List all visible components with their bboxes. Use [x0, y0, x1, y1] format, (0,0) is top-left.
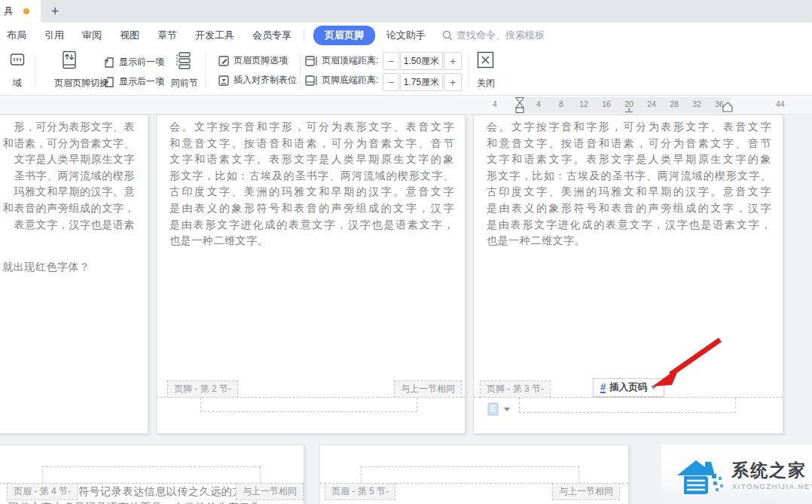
header-top-distance-label: 页眉顶端距离:	[322, 54, 378, 67]
unsaved-indicator-dot	[23, 8, 29, 14]
document-tab[interactable]: 具	[0, 0, 41, 23]
text-line: 是由表形文字进化成的表意文字，汉字也是语素文字，	[169, 217, 454, 234]
page1-extra-line: 就出现红色字体？	[2, 261, 90, 274]
footer-widget-document-icon	[487, 402, 499, 416]
ruler-number: 4	[527, 99, 550, 108]
same-as-previous-tag: 与上一节相同	[552, 483, 620, 500]
footer-content-outline	[519, 398, 736, 413]
menu-tab[interactable]: 引用	[44, 29, 64, 42]
ruler-number-right: 44	[776, 99, 785, 108]
red-pointer-arrow	[646, 335, 729, 396]
text-line: 也是一种二维文字。	[487, 233, 771, 249]
command-search-box[interactable]: 查找命令、搜索模板	[442, 29, 545, 42]
footer-bottom-distance-row: 页脚底端距离:	[304, 74, 378, 87]
header-top-distance-value[interactable]: 1.50厘米	[400, 52, 443, 70]
menu-tab[interactable]: 审阅	[82, 29, 102, 42]
text-line: 会。文字按字音和字形，可分为表形文字、表音文字	[487, 119, 771, 136]
close-header-footer-label[interactable]: 关闭	[473, 77, 499, 90]
text-line: 和意音文字。按语音和语素，可分为音素文字、音节	[487, 136, 771, 152]
header-footer-options-button[interactable]: 页眉页脚选项	[218, 54, 288, 67]
menu-tab[interactable]: 视图	[120, 29, 139, 42]
chevron-down-icon	[504, 408, 510, 411]
same-section-icon	[176, 50, 194, 72]
ribbon-separator	[300, 53, 301, 88]
text-line: 是由表形文字进化成的表意文字，汉字也是语素文字，	[487, 217, 771, 234]
ribbon-separator	[35, 53, 35, 88]
site-watermark: 系统之家 XITONGZHIJIA.NET	[661, 444, 812, 504]
text-line: 文字和语素文字。表形文字是人类早期原生文字的象	[169, 151, 454, 168]
page-1[interactable]: 形，可分为表形文字、表和语素，可分为音素文字、文字是人类早期原生文字圣书字、两河…	[0, 115, 148, 434]
footer-bottom-distance-icon	[304, 75, 318, 87]
header-footer-switch-button[interactable]	[60, 50, 78, 72]
indent-marker-icon[interactable]	[514, 96, 526, 114]
footer-bottom-distance-label: 页脚底端距离:	[322, 74, 378, 87]
page3-text[interactable]: 会。文字按字音和字形，可分为表形文字、表音文字和意音文字。按语音和语素，可分为音…	[487, 119, 771, 249]
page-2[interactable]: 会。文字按字音和字形，可分为表形文字、表音文字和意音文字。按语音和语素，可分为音…	[156, 115, 466, 434]
insert-alignment-tab-icon	[218, 75, 230, 87]
footer-quick-widget[interactable]	[487, 402, 510, 416]
ribbon-separator	[469, 53, 469, 88]
tab-header-footer-active[interactable]: 页眉页脚	[313, 26, 375, 45]
horizontal-ruler[interactable]: 4 4812162024283236 44	[0, 96, 812, 115]
menu-tab[interactable]: 开发工具	[195, 29, 234, 42]
menu-tab[interactable]: 会员专享	[252, 29, 292, 42]
text-line: 是由表义的象形符号和表音的声旁组成的文字，汉字	[169, 200, 454, 217]
field-icon	[10, 53, 25, 66]
menu-tab[interactable]: 章节	[157, 29, 177, 42]
text-line: 和语素，可分为音素文字、	[0, 136, 135, 152]
insert-alignment-tab-button[interactable]: 插入对齐制表位	[218, 74, 297, 87]
header-top-distance-icon	[304, 55, 318, 67]
ruler-number: 24	[640, 99, 663, 108]
search-placeholder: 查找命令、搜索模板	[456, 29, 545, 42]
text-line: 形文字，比如：古埃及的圣书字、两河流域的楔形文字、	[487, 168, 771, 185]
search-icon	[442, 30, 453, 41]
header-top-distance-row: 页眉顶端距离:	[304, 54, 378, 67]
ruler-number: 12	[572, 99, 595, 108]
header-footer-options-label: 页眉页脚选项	[234, 54, 288, 67]
new-tab-button[interactable]: +	[45, 0, 65, 23]
document-canvas[interactable]: 形，可分为表形文字、表和语素，可分为音素文字、文字是人类早期原生文字圣书字、两河…	[0, 115, 812, 504]
page2-text[interactable]: 会。文字按字音和字形，可分为表形文字、表音文字和意音文字。按语音和语素，可分为音…	[169, 119, 454, 249]
header-footer-ribbon: 域 页眉页脚切换 显示前一项 显示后一项	[0, 48, 812, 96]
field-button[interactable]	[10, 53, 25, 66]
same-as-previous-section-button[interactable]	[176, 50, 194, 72]
menu-tab[interactable]: 布局	[7, 29, 26, 42]
show-next-button[interactable]: 显示后一项	[103, 75, 164, 88]
show-previous-button[interactable]: 显示前一项	[103, 56, 164, 69]
page-5[interactable]: 页眉 - 第 5 节- 与上一节相同	[319, 444, 629, 504]
footer-bottom-distance-decrease[interactable]: −	[383, 73, 399, 91]
show-previous-icon	[103, 57, 115, 69]
field-button-label[interactable]: 域	[0, 77, 35, 90]
show-previous-label: 显示前一项	[119, 56, 164, 69]
ruler-number: 16	[595, 99, 618, 108]
footer-bottom-distance-increase[interactable]: +	[444, 73, 462, 91]
text-line: 会。文字按字音和字形，可分为表形文字、表音文字	[169, 119, 454, 136]
ruler-number: 32	[685, 99, 708, 108]
text-line: 是由表义的象形符号和表音的声旁组成的文字，汉字	[487, 200, 771, 217]
close-icon	[477, 51, 494, 69]
text-line: 文字和语素文字。表形文字是人类早期原生文字的象	[487, 151, 771, 168]
page-number-icon: #	[600, 383, 606, 393]
footer-bottom-distance-value[interactable]: 1.75厘米	[400, 73, 443, 91]
ruler-number: 8	[550, 99, 572, 108]
tab-stop-marker-icon[interactable]	[625, 108, 633, 113]
footer-section-tag: 页脚 - 第 3 节-	[480, 380, 551, 398]
ruler-number: 28	[663, 99, 685, 108]
header-content-outline	[42, 466, 261, 483]
same-as-previous-section-label[interactable]: 同前节	[169, 77, 200, 90]
header-section-tag: 页眉 - 第 5 节-	[325, 483, 395, 500]
xitongzhijia-logo-icon	[676, 456, 728, 495]
close-header-footer-button[interactable]	[477, 51, 494, 69]
insert-alignment-tab-label: 插入对齐制表位	[234, 74, 297, 87]
right-indent-marker-icon[interactable]	[722, 102, 734, 113]
page4-text-line2: 现代文字大多是记录语言的工具，人类往往先有口头	[8, 501, 261, 504]
header-top-distance-increase[interactable]: +	[444, 52, 462, 70]
tab-paper-assistant[interactable]: 论文助手	[386, 29, 426, 42]
menu-tabs: 布局引用审阅视图章节开发工具会员专享	[0, 29, 292, 42]
page-3[interactable]: 会。文字按字音和字形，可分为表形文字、表音文字和意音文字。按语音和语素，可分为音…	[473, 115, 783, 434]
page1-text[interactable]: 形，可分为表形文字、表和语素，可分为音素文字、文字是人类早期原生文字圣书字、两河…	[0, 119, 135, 233]
page-4[interactable]: 符号记录表达信息以传之久远的方式和 现代文字大多是记录语言的工具，人类往往先有口…	[0, 444, 304, 504]
header-top-distance-decrease[interactable]: −	[383, 52, 399, 70]
header-section-tag: 页眉 - 第 4 节-	[7, 483, 78, 500]
footer-section-tag: 页脚 - 第 2 节-	[167, 380, 238, 398]
